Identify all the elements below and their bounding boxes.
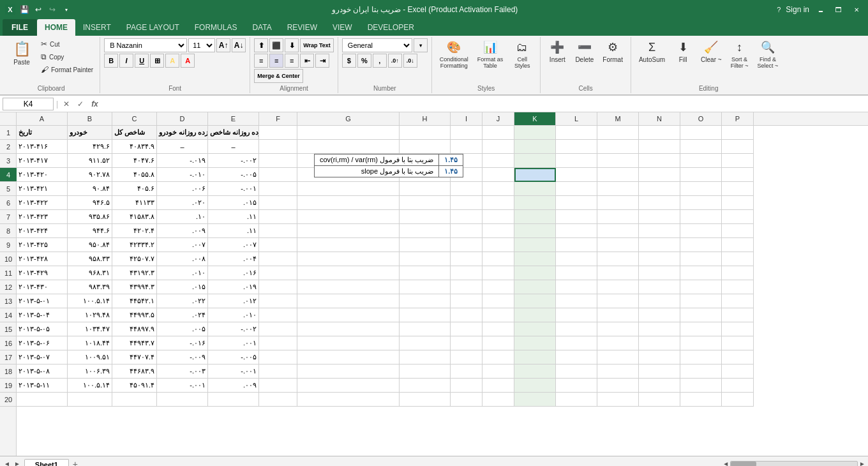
cell-D6[interactable]: .۰۲۰ xyxy=(157,196,208,210)
bold-button[interactable]: B xyxy=(104,54,118,68)
cell-L13[interactable] xyxy=(556,294,597,308)
cell-D5[interactable]: .۰۰۶ xyxy=(157,182,208,196)
cell-F11[interactable] xyxy=(259,266,297,280)
col-header-H[interactable]: H xyxy=(400,112,451,125)
cell-C18[interactable]: ۴۴۶۸۳.۹ xyxy=(112,365,157,379)
tab-review[interactable]: REVIEW xyxy=(280,19,325,36)
col-header-A[interactable]: A xyxy=(17,112,68,125)
cell-O19[interactable] xyxy=(680,379,722,393)
cell-D11[interactable]: .۰۱۰ xyxy=(157,266,208,280)
cell-styles-button[interactable]: 🗂 CellStyles xyxy=(508,38,536,72)
cell-J13[interactable] xyxy=(483,294,514,308)
cell-P16[interactable] xyxy=(722,336,754,350)
cell-L16[interactable] xyxy=(556,336,597,350)
cell-P6[interactable] xyxy=(722,196,754,210)
cell-E6[interactable]: .۰۱۵ xyxy=(208,196,259,210)
increase-indent-button[interactable]: ⇥ xyxy=(315,54,329,68)
conditional-formatting-button[interactable]: 🎨 ConditionalFormatting xyxy=(436,38,472,72)
cell-G19[interactable] xyxy=(297,379,400,393)
underline-button[interactable]: U xyxy=(135,54,149,68)
cell-A2[interactable]: ۲۰۱۳-۴۱۶ xyxy=(17,140,68,154)
cell-C13[interactable]: ۴۴۵۴۲.۱ xyxy=(112,294,157,308)
copy-button[interactable]: ⧉ Copy xyxy=(38,51,96,63)
cell-D13[interactable]: .۰۲۲ xyxy=(157,294,208,308)
cell-N5[interactable] xyxy=(639,182,680,196)
cell-O6[interactable] xyxy=(680,196,722,210)
sheet-tab-sheet1[interactable]: Sheet1 xyxy=(24,459,69,467)
cell-M19[interactable] xyxy=(597,379,639,393)
cell-A20[interactable] xyxy=(17,393,68,407)
cell-N14[interactable] xyxy=(639,308,680,322)
sheet-next-button[interactable]: ► xyxy=(13,460,22,466)
cell-E1[interactable]: بازده روزانه شاخص xyxy=(208,126,259,140)
cell-B1[interactable]: خودرو xyxy=(68,126,112,140)
col-header-P[interactable]: P xyxy=(722,112,754,125)
cell-J6[interactable] xyxy=(483,196,514,210)
cell-F17[interactable] xyxy=(259,350,297,365)
cell-O2[interactable] xyxy=(680,140,722,154)
cell-G15[interactable] xyxy=(297,322,400,336)
cell-F10[interactable] xyxy=(259,252,297,266)
row-num-6[interactable]: 6 xyxy=(0,196,17,210)
tab-formulas[interactable]: FORMULAS xyxy=(187,19,245,36)
cell-I17[interactable] xyxy=(451,350,483,365)
cell-P2[interactable] xyxy=(722,140,754,154)
cell-K9[interactable] xyxy=(514,238,556,252)
paste-button[interactable]: 📋 Paste xyxy=(6,38,37,69)
cell-P7[interactable] xyxy=(722,210,754,224)
cell-L15[interactable] xyxy=(556,322,597,336)
format-button[interactable]: ⚙ Format xyxy=(599,38,627,66)
cell-E3[interactable]: -.۰۰۲ xyxy=(208,154,259,168)
row-num-15[interactable]: 15 xyxy=(0,322,17,336)
cell-N12[interactable] xyxy=(639,280,680,294)
cell-M7[interactable] xyxy=(597,210,639,224)
cell-G1[interactable] xyxy=(297,126,400,140)
row-num-13[interactable]: 13 xyxy=(0,294,17,308)
col-header-N[interactable]: N xyxy=(639,112,680,125)
cell-J15[interactable] xyxy=(483,322,514,336)
cell-B2[interactable]: ۴۲۹.۶ xyxy=(68,140,112,154)
cell-F6[interactable] xyxy=(259,196,297,210)
cell-H5[interactable] xyxy=(400,182,451,196)
row-num-10[interactable]: 10 xyxy=(0,252,17,266)
cell-J19[interactable] xyxy=(483,379,514,393)
cell-L18[interactable] xyxy=(556,365,597,379)
row-num-12[interactable]: 12 xyxy=(0,280,17,294)
cell-C8[interactable]: ۴۲۰۲.۴ xyxy=(112,224,157,238)
cell-F2[interactable] xyxy=(259,140,297,154)
cell-C3[interactable]: ۴۰۴۷.۶ xyxy=(112,154,157,168)
italic-button[interactable]: I xyxy=(119,54,133,68)
undo-qat-button[interactable]: ↩ xyxy=(32,3,45,16)
cell-J10[interactable] xyxy=(483,252,514,266)
cell-H1[interactable] xyxy=(400,126,451,140)
cell-B11[interactable]: ۹۶۸.۳۱ xyxy=(68,266,112,280)
cell-M3[interactable] xyxy=(597,154,639,168)
cell-H11[interactable] xyxy=(400,266,451,280)
cell-N13[interactable] xyxy=(639,294,680,308)
cell-G11[interactable] xyxy=(297,266,400,280)
cell-D17[interactable]: -.۰۰۹ xyxy=(157,350,208,365)
cell-L8[interactable] xyxy=(556,224,597,238)
cell-I13[interactable] xyxy=(451,294,483,308)
cell-F18[interactable] xyxy=(259,365,297,379)
cell-J7[interactable] xyxy=(483,210,514,224)
cell-N4[interactable] xyxy=(639,168,680,182)
cell-J18[interactable] xyxy=(483,365,514,379)
cell-C6[interactable]: ۴۱۱۳۳ xyxy=(112,196,157,210)
cell-B13[interactable]: ۱۰۰.۵.۱۴ xyxy=(68,294,112,308)
cell-L2[interactable] xyxy=(556,140,597,154)
cell-C7[interactable]: ۴۱۵۸۳.۸ xyxy=(112,210,157,224)
cell-L5[interactable] xyxy=(556,182,597,196)
cell-E10[interactable]: .۰۰۴ xyxy=(208,252,259,266)
cell-B3[interactable]: ۹۱۱.۵۲ xyxy=(68,154,112,168)
cell-B7[interactable]: ۹۳۵.۸۶ xyxy=(68,210,112,224)
cell-L7[interactable] xyxy=(556,210,597,224)
cell-M6[interactable] xyxy=(597,196,639,210)
cell-I7[interactable] xyxy=(451,210,483,224)
row-num-19[interactable]: 19 xyxy=(0,379,17,393)
format-as-table-button[interactable]: 📊 Format asTable xyxy=(474,38,507,72)
cell-D12[interactable]: .۰۱۵ xyxy=(157,280,208,294)
cell-K2[interactable] xyxy=(514,140,556,154)
cell-G12[interactable] xyxy=(297,280,400,294)
insert-button[interactable]: ➕ Insert xyxy=(544,38,570,66)
